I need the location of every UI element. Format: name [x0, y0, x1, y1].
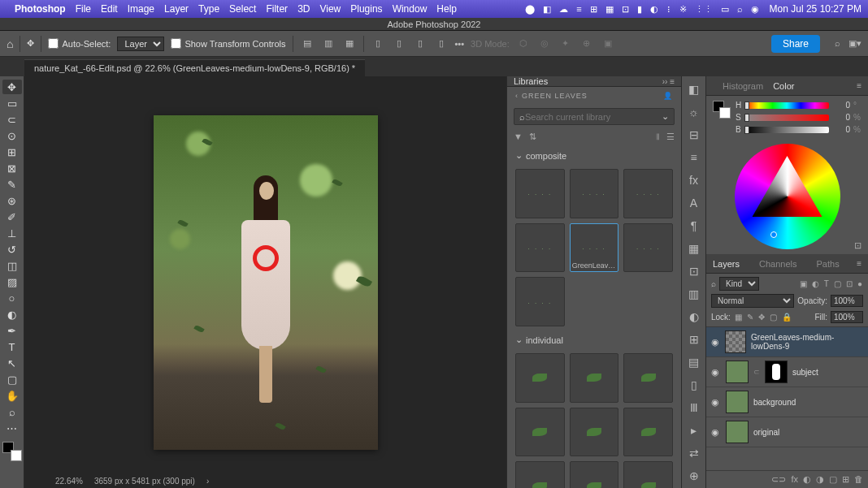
- history-brush-tool[interactable]: ↺: [2, 242, 22, 257]
- menu-help[interactable]: Help: [436, 3, 457, 15]
- panel-icon[interactable]: ☼: [688, 106, 699, 119]
- filter-icon[interactable]: ▼: [514, 132, 523, 142]
- panel-icon[interactable]: ¶: [691, 219, 697, 232]
- status-icon[interactable]: ☁: [559, 4, 568, 15]
- bri-slider[interactable]: [744, 127, 829, 133]
- adjustment-icon[interactable]: ◑: [816, 474, 824, 485]
- lock-position-icon[interactable]: ✥: [758, 313, 765, 322]
- layer-thumb[interactable]: [725, 330, 746, 353]
- visibility-icon[interactable]: ◉: [711, 427, 721, 438]
- status-icon[interactable]: ⊡: [622, 4, 629, 15]
- auto-select-dropdown[interactable]: Layer: [117, 37, 164, 51]
- tab-channels[interactable]: Channels: [759, 259, 796, 269]
- sort-icon[interactable]: ⇅: [529, 132, 536, 142]
- status-icon[interactable]: ◧: [543, 4, 551, 15]
- menu-window[interactable]: Window: [393, 3, 427, 15]
- show-transform-check[interactable]: Show Transform Controls: [171, 38, 285, 49]
- layer-thumb[interactable]: [726, 391, 749, 413]
- tab-color[interactable]: Color: [773, 81, 794, 91]
- filter-pixel-icon[interactable]: ▣: [800, 279, 807, 288]
- auto-select-check[interactable]: Auto-Select:: [48, 38, 111, 49]
- layer-row[interactable]: ◉ GreenLeaves-medium-lowDens-9: [706, 327, 868, 357]
- visibility-icon[interactable]: ◉: [711, 337, 720, 348]
- pen-tool[interactable]: ✒: [2, 323, 22, 338]
- lock-pixel-icon[interactable]: ✎: [747, 313, 753, 322]
- layer-row[interactable]: ◉ original: [706, 417, 868, 447]
- panel-icon[interactable]: ⊕: [689, 469, 699, 482]
- quick-select-tool[interactable]: ⊙: [2, 128, 22, 143]
- library-item[interactable]: [623, 461, 673, 488]
- panel-menu-icon[interactable]: ≡: [857, 81, 861, 90]
- fx-icon[interactable]: fx: [791, 474, 798, 485]
- library-item[interactable]: [570, 408, 619, 457]
- new-layer-icon[interactable]: ⊞: [842, 474, 849, 485]
- menu-plugins[interactable]: Plugins: [350, 3, 382, 15]
- status-icon[interactable]: ⌕: [737, 4, 743, 14]
- library-item[interactable]: [515, 353, 565, 403]
- more-icon[interactable]: •••: [455, 39, 465, 49]
- group-composite-header[interactable]: ⌄composite: [507, 145, 681, 166]
- library-item[interactable]: [623, 169, 673, 218]
- filter-shape-icon[interactable]: ▢: [834, 279, 841, 288]
- menu-file[interactable]: File: [76, 3, 91, 15]
- menu-type[interactable]: Type: [198, 3, 219, 15]
- libraries-search[interactable]: ⌕ ⌄: [514, 108, 675, 125]
- status-icon[interactable]: ※: [679, 4, 687, 15]
- panel-icon[interactable]: ⊞: [689, 333, 699, 346]
- tab-libraries[interactable]: Libraries: [514, 76, 548, 86]
- distribute-icon[interactable]: ▯: [393, 37, 406, 50]
- panel-icon[interactable]: fx: [689, 174, 698, 187]
- panel-icon[interactable]: ▦: [688, 242, 699, 255]
- app-name[interactable]: Photoshop: [15, 3, 66, 15]
- tab-histogram[interactable]: Histogram: [723, 81, 763, 91]
- library-item[interactable]: [515, 461, 565, 488]
- invite-icon[interactable]: 👤: [663, 92, 673, 100]
- panel-icon[interactable]: ▸: [691, 424, 697, 437]
- tab-layers[interactable]: Layers: [713, 259, 740, 269]
- share-button[interactable]: Share: [771, 35, 820, 53]
- layer-mask-thumb[interactable]: [765, 361, 788, 383]
- lasso-tool[interactable]: ⊂: [2, 112, 22, 127]
- status-icon[interactable]: ≡: [576, 4, 581, 14]
- menu-select[interactable]: Select: [229, 3, 256, 15]
- panel-icon[interactable]: ▤: [688, 356, 699, 369]
- layer-row[interactable]: ◉ background: [706, 387, 868, 417]
- eyedropper-tool[interactable]: ✎: [2, 177, 22, 192]
- home-icon[interactable]: ⌂: [7, 37, 13, 50]
- panel-icon[interactable]: ◐: [689, 310, 699, 323]
- chevron-down-icon[interactable]: ⌄: [662, 111, 669, 122]
- color-swatches[interactable]: [713, 101, 731, 119]
- fill-input[interactable]: [831, 311, 863, 323]
- panel-icon[interactable]: ⇄: [689, 447, 699, 460]
- list-icon[interactable]: ☰: [666, 132, 675, 142]
- library-item[interactable]: [623, 223, 673, 273]
- status-icon[interactable]: ▦: [605, 4, 614, 15]
- zoom-level[interactable]: 22.64%: [55, 477, 83, 486]
- align-left-icon[interactable]: ▤: [301, 37, 314, 50]
- libraries-breadcrumb[interactable]: ‹ GREEN LEAVES 👤: [507, 87, 681, 105]
- hue-slider[interactable]: [744, 102, 829, 109]
- status-icon[interactable]: ⫶: [666, 4, 671, 14]
- document-tab[interactable]: nature_Kat_-66-Edit.psd @ 22.6% (GreenLe…: [24, 59, 365, 76]
- lock-transparent-icon[interactable]: ▦: [735, 313, 742, 322]
- status-icon[interactable]: ⬤: [525, 4, 535, 15]
- blend-mode-dropdown[interactable]: Normal: [711, 294, 794, 308]
- canvas[interactable]: 22.64% 3659 px x 5481 px (300 ppi) ›: [24, 76, 506, 488]
- trash-icon[interactable]: 🗑: [854, 474, 863, 485]
- panel-icon[interactable]: ▥: [688, 287, 699, 300]
- expand-icon[interactable]: ⊡: [854, 240, 861, 251]
- layer-filter-dropdown[interactable]: Kind: [719, 277, 759, 291]
- library-item[interactable]: [623, 408, 673, 457]
- distribute-icon[interactable]: ▯: [371, 37, 384, 50]
- filter-toggle[interactable]: ●: [857, 279, 862, 288]
- filter-smart-icon[interactable]: ⊡: [846, 279, 853, 288]
- menu-3d[interactable]: 3D: [297, 3, 310, 15]
- color-swatches[interactable]: [2, 442, 22, 461]
- group-icon[interactable]: ⫴: [656, 132, 660, 142]
- layer-thumb[interactable]: [726, 361, 749, 383]
- collapse-icon[interactable]: ›› ≡: [662, 77, 675, 86]
- panel-icon[interactable]: A: [690, 196, 697, 209]
- move-tool[interactable]: ✥: [2, 80, 22, 94]
- align-center-icon[interactable]: ▥: [322, 37, 335, 50]
- status-icon[interactable]: ⊞: [590, 4, 597, 15]
